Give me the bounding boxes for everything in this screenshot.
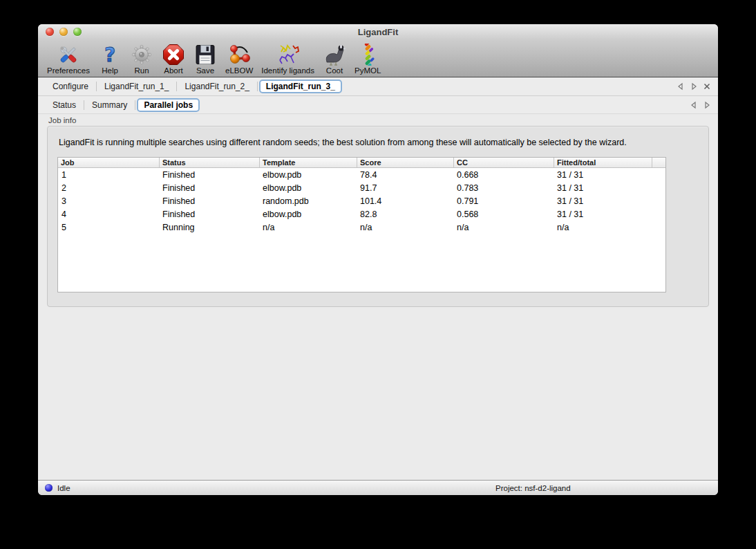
- cell-cc: 0.791: [453, 196, 554, 206]
- tab-separator: [257, 82, 258, 91]
- window-title: LigandFit: [358, 27, 399, 37]
- toolbar-item-label: Save: [196, 66, 214, 75]
- cell-score: 91.7: [357, 183, 453, 193]
- cell-score: 101.4: [357, 196, 453, 206]
- minimize-window-button[interactable]: [59, 28, 68, 36]
- status-indicator-icon: [45, 484, 53, 492]
- tools-icon: [57, 44, 80, 66]
- job-info-description: LigandFit is running multiple searches u…: [59, 138, 627, 147]
- cell-template: elbow.pdb: [259, 210, 357, 219]
- toolbar-item-label: PyMOL: [355, 66, 381, 75]
- cell-fitted-total: 31 / 31: [554, 170, 652, 180]
- cell-job: 4: [58, 210, 159, 219]
- run-button[interactable]: Run: [126, 44, 157, 75]
- save-button[interactable]: Save: [190, 44, 220, 75]
- question-mark-icon: ?: [98, 44, 122, 66]
- column-header-fitted-total[interactable]: Fitted/total: [554, 158, 652, 167]
- status-bar: Idle Project: nsf-d2-ligand: [38, 480, 718, 495]
- column-header-score[interactable]: Score: [357, 158, 453, 167]
- ligands-icon: [276, 44, 300, 66]
- cell-job: 5: [58, 223, 159, 232]
- table-row[interactable]: 4 Finished elbow.pdb 82.8 0.568 31 / 31: [58, 207, 665, 221]
- toolbar-item-label: Abort: [164, 66, 183, 75]
- column-header-job[interactable]: Job: [58, 158, 159, 167]
- cell-template: elbow.pdb: [259, 183, 357, 193]
- coot-bird-icon: [323, 44, 346, 66]
- tab-configure[interactable]: Configure: [46, 80, 95, 93]
- tab-ligandfit-run-1[interactable]: LigandFit_run_1_: [98, 80, 175, 93]
- cell-status: Finished: [159, 183, 259, 193]
- cell-status: Finished: [159, 196, 259, 206]
- toolbar-item-label: Run: [134, 66, 149, 75]
- table-row[interactable]: 2 Finished elbow.pdb 91.7 0.783 31 / 31: [58, 181, 665, 194]
- scroll-tabs-right-icon[interactable]: [690, 82, 698, 91]
- zoom-window-button[interactable]: [73, 28, 82, 36]
- elbow-button[interactable]: eLBOW: [222, 44, 256, 75]
- close-tab-icon[interactable]: [703, 82, 711, 91]
- table-row[interactable]: 1 Finished elbow.pdb 78.4 0.668 31 / 31: [58, 168, 665, 181]
- cell-status: Finished: [159, 170, 259, 180]
- toolbar-item-label: Coot: [326, 66, 343, 75]
- tab-separator: [176, 82, 177, 91]
- coot-button[interactable]: Coot: [319, 44, 350, 75]
- cell-fitted-total: n/a: [554, 223, 652, 232]
- tab-separator: [96, 82, 97, 91]
- cell-job: 1: [58, 170, 159, 180]
- pymol-button[interactable]: PyMOL: [351, 44, 384, 75]
- ligandfit-window: LigandFit Preferences: [38, 24, 718, 495]
- cell-cc: n/a: [453, 223, 554, 232]
- help-button[interactable]: ? Help: [95, 44, 125, 75]
- abort-button[interactable]: Abort: [158, 44, 189, 75]
- job-info-groupbox: LigandFit is running multiple searches u…: [47, 126, 709, 307]
- main-tab-bar: Configure LigandFit_run_1_ LigandFit_run…: [38, 77, 718, 96]
- cell-template: n/a: [259, 223, 357, 232]
- column-header-cc[interactable]: CC: [453, 158, 554, 167]
- column-header-status[interactable]: Status: [159, 158, 259, 167]
- cell-score: n/a: [357, 223, 453, 232]
- cell-status: Running: [159, 223, 259, 232]
- toolbar-item-label: Identify ligands: [261, 66, 314, 75]
- cell-template: random.pdb: [259, 196, 357, 206]
- status-text: Idle: [57, 484, 70, 492]
- scroll-tabs-left-icon[interactable]: [677, 82, 685, 91]
- cell-status: Finished: [159, 210, 259, 219]
- cell-job: 3: [58, 196, 159, 206]
- table-row[interactable]: 3 Finished random.pdb 101.4 0.791 31 / 3…: [58, 194, 665, 207]
- close-window-button[interactable]: [46, 28, 54, 36]
- cell-cc: 0.668: [453, 170, 554, 180]
- column-header-template[interactable]: Template: [259, 158, 357, 167]
- jobs-table[interactable]: Job Status Template Score CC Fitted/tota…: [57, 157, 666, 292]
- tab-parallel-jobs[interactable]: Parallel jobs: [137, 98, 200, 112]
- sub-tab-bar: Status Summary Parallel jobs: [38, 96, 718, 114]
- toolbar-item-label: eLBOW: [225, 66, 253, 75]
- job-info-group-label: Job info: [48, 116, 76, 124]
- tab-summary[interactable]: Summary: [86, 99, 133, 111]
- toolbar-item-label: Help: [102, 66, 118, 75]
- preferences-button[interactable]: Preferences: [44, 44, 93, 75]
- identify-ligands-button[interactable]: Identify ligands: [258, 44, 318, 75]
- cell-job: 2: [58, 183, 159, 193]
- molecule-icon: [227, 44, 251, 66]
- floppy-disk-icon: [193, 44, 217, 66]
- column-header-empty: [652, 158, 665, 167]
- title-bar[interactable]: LigandFit: [38, 24, 718, 39]
- tab-ligandfit-run-3[interactable]: LigandFit_run_3_: [259, 80, 342, 93]
- svg-text:?: ?: [104, 44, 115, 66]
- cell-fitted-total: 31 / 31: [554, 210, 652, 219]
- tab-ligandfit-run-2[interactable]: LigandFit_run_2_: [178, 80, 255, 93]
- jobs-table-header: Job Status Template Score CC Fitted/tota…: [58, 158, 665, 168]
- table-row[interactable]: 5 Running n/a n/a n/a n/a: [58, 221, 665, 234]
- cell-score: 82.8: [357, 210, 453, 219]
- cell-score: 78.4: [357, 170, 453, 180]
- tab-separator: [135, 100, 135, 110]
- toolbar-item-label: Preferences: [47, 66, 90, 75]
- tab-separator: [84, 100, 84, 110]
- scroll-subtabs-left-icon[interactable]: [690, 101, 698, 109]
- stop-x-icon: [162, 44, 185, 66]
- cell-cc: 0.783: [453, 183, 554, 193]
- project-label: Project: nsf-d2-ligand: [495, 484, 571, 492]
- tab-status[interactable]: Status: [46, 99, 82, 111]
- pymol-ribbon-icon: [356, 44, 379, 66]
- scroll-subtabs-right-icon[interactable]: [703, 101, 711, 109]
- cell-fitted-total: 31 / 31: [554, 183, 652, 193]
